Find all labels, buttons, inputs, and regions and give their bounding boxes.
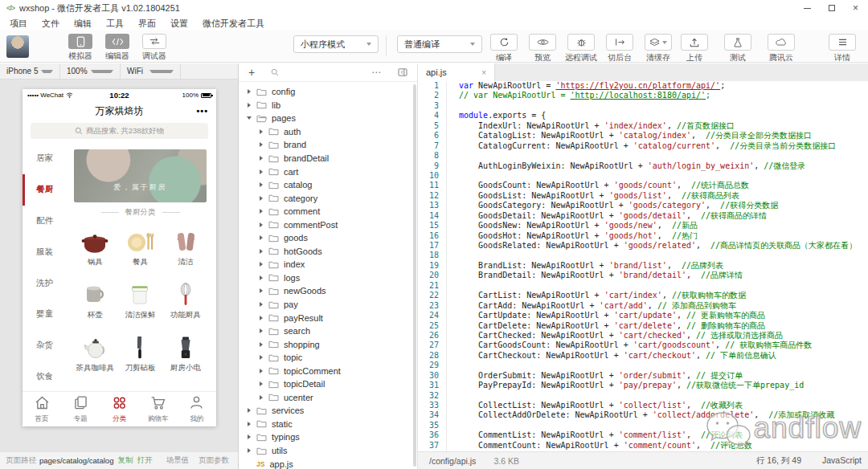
subcategory-item[interactable]: 餐具 — [117, 222, 162, 267]
tree-item-config[interactable]: config — [239, 85, 417, 99]
tree-item-catalog[interactable]: catalog — [239, 178, 417, 192]
code-editor[interactable]: 1234567891011121314151617181920212223242… — [418, 81, 868, 451]
language-mode[interactable]: JavaScript — [822, 455, 862, 467]
menu-item-1[interactable]: 文件 — [42, 18, 59, 30]
tree-item-comment[interactable]: comment — [239, 205, 417, 218]
collapse-panel-icon[interactable] — [398, 68, 407, 76]
tree-item-pages[interactable]: pages — [239, 112, 417, 125]
background-icon — [606, 34, 633, 51]
tree-item-pay[interactable]: pay — [239, 298, 417, 312]
tree-item-ucenter[interactable]: ucenter — [239, 391, 417, 405]
tree-item-cart[interactable]: cart — [239, 165, 417, 178]
tab-home[interactable]: 首页 — [23, 392, 61, 426]
details-button[interactable]: 详情 — [826, 34, 858, 63]
network-select[interactable]: WiFi — [121, 63, 181, 79]
tree-item-utils[interactable]: utils — [239, 444, 417, 458]
tab-cart[interactable]: 购物车 — [139, 392, 178, 426]
compile-mode-select[interactable]: 普通编译 — [397, 35, 482, 53]
menu-item-3[interactable]: 工具 — [106, 18, 124, 30]
menu-item-4[interactable]: 界面 — [138, 18, 156, 30]
close-window-button[interactable]: × — [853, 3, 858, 13]
close-tab-icon[interactable]: × — [469, 68, 486, 77]
category-menu-item-3[interactable]: 服装 — [23, 236, 64, 267]
subcategory-item[interactable]: 锅具 — [72, 222, 117, 267]
subcategory-item[interactable]: 厨房小电 — [163, 328, 208, 373]
tab-topics[interactable]: 专题 — [61, 392, 100, 426]
category-menu-item-7[interactable]: 饮食 — [23, 361, 64, 393]
category-menu-item-4[interactable]: 洗护 — [23, 267, 64, 299]
tree-item-topicDetail[interactable]: topicDetail — [239, 377, 417, 391]
search-input[interactable]: 商品搜索, 共238款好物 — [31, 123, 208, 139]
category-banner-image[interactable]: 爱，属于厨房 — [74, 149, 207, 202]
eye-button[interactable]: 预览 — [526, 34, 559, 63]
more-options-icon[interactable]: ⋯ — [371, 67, 382, 78]
search-files-icon[interactable] — [271, 68, 279, 76]
toolbar-toggle-phone[interactable]: 模拟器 — [63, 34, 98, 62]
tree-item-commentPost[interactable]: commentPost — [239, 218, 417, 231]
cursor-position[interactable]: 行 16, 列 49 — [756, 455, 801, 467]
tree-item-label: goods — [284, 233, 308, 243]
tree-item-topicComment[interactable]: topicComment — [239, 364, 417, 377]
background-button[interactable]: 切后台 — [604, 34, 636, 63]
category-menu-item-1[interactable]: 餐厨 — [23, 174, 64, 206]
subcategory-item[interactable]: 茶具咖啡具 — [72, 328, 117, 373]
user-avatar[interactable] — [6, 35, 29, 58]
tree-scrollbar[interactable] — [413, 84, 416, 467]
subcategory-item[interactable]: 清洁 — [163, 222, 208, 267]
subcategory-item[interactable]: 刀剪砧板 — [117, 328, 162, 373]
tree-item-static[interactable]: static — [239, 418, 417, 431]
tree-item-brandDetail[interactable]: brandDetail — [239, 152, 417, 165]
tab-me[interactable]: 我的 — [178, 392, 216, 426]
tab-api-js[interactable]: api.js × — [418, 63, 495, 81]
cloud-button[interactable]: 腾讯云 — [765, 34, 797, 63]
menu-item-6[interactable]: 微信开发者工具 — [203, 18, 264, 30]
tree-item-logs[interactable]: logs — [239, 271, 417, 285]
toolbar-toggle-debug[interactable]: 调试器 — [137, 34, 172, 62]
maximize-button[interactable] — [829, 5, 835, 11]
new-file-button[interactable]: + — [248, 67, 255, 78]
category-menu-item-6[interactable]: 杂货 — [23, 330, 64, 361]
subcategory-item[interactable]: 杯壶 — [72, 275, 117, 320]
open-path-link[interactable]: 打开 — [137, 455, 152, 466]
tree-item-shopping[interactable]: shopping — [239, 337, 417, 351]
bug-button[interactable]: 远程调试 — [565, 34, 597, 63]
miniapp-menu-dots[interactable]: ••• — [196, 106, 208, 116]
subcategory-label: 餐具 — [133, 257, 148, 267]
tree-item-category[interactable]: category — [239, 191, 417, 205]
test-button[interactable]: 测试 — [722, 34, 754, 63]
menu-item-5[interactable]: 设置 — [170, 18, 188, 30]
battery-icon — [201, 93, 211, 98]
tree-item-typings[interactable]: typings — [239, 430, 417, 444]
page-params-label[interactable]: 页面参数 — [199, 455, 229, 466]
upload-button[interactable]: 上传 — [678, 34, 710, 63]
mode-select[interactable]: 小程序模式 — [293, 35, 379, 53]
tree-item-payResult[interactable]: payResult — [239, 311, 417, 324]
tree-item-lib[interactable]: lib — [239, 99, 417, 112]
tree-item-app-js[interactable]: JSapp.js — [239, 457, 417, 469]
tree-item-newGoods[interactable]: newGoods — [239, 284, 417, 298]
category-menu-item-2[interactable]: 配件 — [23, 206, 64, 237]
menu-item-0[interactable]: 项目 — [10, 18, 27, 30]
device-select[interactable]: iPhone 5 — [0, 63, 60, 79]
copy-path-link[interactable]: 复制 — [117, 455, 133, 466]
tree-item-index[interactable]: index — [239, 258, 417, 271]
subcategory-item[interactable]: 功能厨具 — [163, 275, 208, 320]
category-menu-item-5[interactable]: 婴童 — [23, 299, 64, 330]
subcategory-item[interactable]: 清洁保鲜 — [117, 275, 162, 320]
toolbar-toggle-code[interactable]: 编辑器 — [100, 34, 135, 62]
tree-item-auth[interactable]: auth — [239, 125, 417, 139]
cache-button[interactable]: 清缓存 — [642, 34, 674, 63]
zoom-select[interactable]: 100% — [60, 63, 121, 79]
scene-value-label[interactable]: 场景值 — [166, 455, 189, 466]
tree-item-services[interactable]: services — [239, 404, 417, 418]
tree-item-search[interactable]: search — [239, 324, 417, 338]
tree-item-goods[interactable]: goods — [239, 231, 417, 245]
minimize-button[interactable] — [804, 8, 811, 9]
refresh-button[interactable]: 编译 — [488, 34, 520, 63]
menu-item-2[interactable]: 编辑 — [74, 18, 92, 30]
category-menu-item-0[interactable]: 居家 — [23, 143, 64, 174]
tree-item-brand[interactable]: brand — [239, 138, 417, 152]
tree-item-topic[interactable]: topic — [239, 351, 417, 365]
tree-item-hotGoods[interactable]: hotGoods — [239, 245, 417, 259]
tab-category[interactable]: 分类 — [100, 392, 138, 426]
